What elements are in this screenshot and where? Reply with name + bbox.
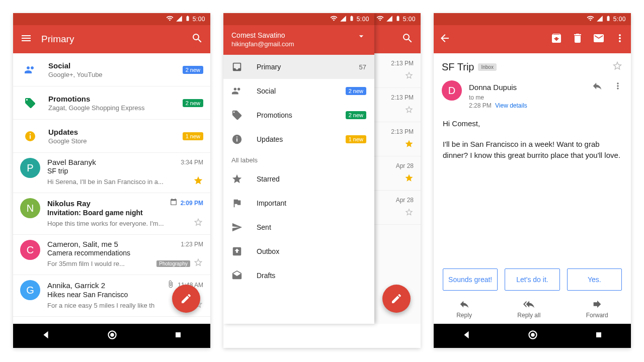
- back-icon[interactable]: [439, 32, 451, 46]
- wifi-icon: [376, 15, 384, 24]
- search-icon[interactable]: [191, 32, 203, 46]
- chevron-down-icon[interactable]: [356, 31, 366, 48]
- message-body: Hi Comest,I'll be in San Francisco in a …: [434, 112, 631, 264]
- people-icon: [231, 85, 243, 97]
- send-icon: [231, 222, 243, 233]
- nav-back-button[interactable]: [461, 329, 472, 342]
- drawer-item-primary[interactable]: Primary 57: [223, 55, 374, 79]
- android-status-bar: 5:00: [13, 13, 210, 25]
- star-icon[interactable]: [193, 175, 203, 188]
- smart-reply-button[interactable]: Yes.: [567, 268, 622, 291]
- battery-icon: [185, 15, 191, 24]
- tag-icon: [231, 110, 243, 121]
- search-icon[interactable]: [401, 32, 414, 46]
- android-nav-bar: [434, 324, 631, 348]
- outbox-icon: [231, 246, 243, 257]
- people-icon: [20, 64, 40, 76]
- star-icon[interactable]: [405, 139, 414, 150]
- status-time: 5:00: [193, 16, 205, 23]
- reply-button[interactable]: Reply: [456, 299, 472, 319]
- status-time: 5:00: [613, 16, 626, 23]
- forward-button[interactable]: Forward: [586, 299, 608, 319]
- status-time: 5:00: [403, 16, 416, 23]
- drawer-item-sent[interactable]: Sent: [223, 215, 374, 239]
- wifi-icon: [587, 15, 594, 24]
- message-row[interactable]: P Pavel Baranyk 3:34 PM SF trip Hi Seren…: [13, 153, 210, 193]
- message-row[interactable]: C Cameron, Salit, me 5 1:23 PM Camera re…: [13, 235, 210, 275]
- inbox-peek: 2:13 PM 2:13 PM 2:13 PM Apr 28 Apr 28: [374, 25, 421, 324]
- star-icon[interactable]: [405, 105, 414, 116]
- nav-recent-button[interactable]: [594, 330, 604, 342]
- more-icon[interactable]: [613, 81, 623, 93]
- screen-inbox: 5:00 Primary Social Google+, YouTube 2 n…: [13, 13, 210, 348]
- view-details-link[interactable]: View details: [495, 102, 527, 109]
- reply-all-button[interactable]: Reply all: [517, 299, 540, 319]
- peek-row[interactable]: Apr 28: [374, 156, 421, 191]
- drawer-item-important[interactable]: Important: [223, 191, 374, 215]
- signal-icon: [386, 15, 393, 24]
- app-bar: Primary: [13, 25, 210, 53]
- smart-reply-button[interactable]: Sounds great!: [443, 268, 498, 291]
- star-icon[interactable]: [405, 173, 414, 185]
- drawer-section: All labels: [223, 151, 374, 167]
- wifi-icon: [166, 15, 174, 24]
- tag-icon: [20, 97, 40, 109]
- badge: 2 new: [183, 99, 203, 107]
- account-header[interactable]: Comest Savatino hikingfan@gmail.com: [223, 25, 374, 55]
- trash-icon[interactable]: [572, 32, 584, 46]
- android-status-bar: 5:00: [223, 13, 374, 25]
- attachment-icon: [167, 280, 175, 290]
- compose-fab[interactable]: [172, 285, 200, 313]
- more-icon[interactable]: [614, 32, 626, 46]
- star-icon[interactable]: [193, 217, 203, 229]
- star-icon: [231, 173, 243, 185]
- drawer-item-social[interactable]: Social 2 new: [223, 79, 374, 103]
- peek-row[interactable]: 2:13 PM: [374, 88, 421, 122]
- nav-recent-button[interactable]: [173, 330, 183, 342]
- android-nav-bar: [13, 324, 210, 348]
- label-chip: Photography: [156, 260, 190, 267]
- nav-home-button[interactable]: [526, 328, 539, 343]
- drawer-item-promotions[interactable]: Promotions 2 new: [223, 103, 374, 127]
- avatar: N: [20, 198, 40, 218]
- mark-unread-icon[interactable]: [593, 32, 605, 46]
- drawer-item-starred[interactable]: Starred: [223, 167, 374, 191]
- category-updates[interactable]: Updates Google Store 1 new: [13, 120, 210, 153]
- star-icon[interactable]: [612, 60, 623, 73]
- smart-reply-row: Sounds great!Let's do it.Yes.: [434, 264, 631, 296]
- nav-drawer: 5:00 Comest Savatino hikingfan@gmail.com…: [223, 13, 374, 324]
- flag-icon: [231, 198, 243, 209]
- nav-back-button[interactable]: [40, 329, 51, 342]
- info-icon: [20, 130, 40, 142]
- star-icon[interactable]: [405, 71, 414, 82]
- avatar: P: [20, 158, 40, 178]
- signal-icon: [176, 15, 183, 24]
- archive-icon[interactable]: [550, 32, 562, 46]
- inbox-chip: Inbox: [478, 63, 496, 71]
- peek-row[interactable]: 2:13 PM: [374, 54, 421, 88]
- peek-row[interactable]: Apr 28: [374, 191, 421, 225]
- star-icon[interactable]: [193, 257, 203, 269]
- peek-row[interactable]: 2:13 PM: [374, 122, 421, 156]
- calendar-icon: [170, 198, 178, 208]
- drawer-item-updates[interactable]: Updates 1 new: [223, 127, 374, 151]
- signal-icon: [596, 15, 603, 24]
- drawer-item-drafts[interactable]: Drafts: [223, 263, 374, 288]
- inbox-icon: [231, 61, 243, 72]
- category-social[interactable]: Social Google+, YouTube 2 new: [13, 53, 210, 86]
- drawer-item-outbox[interactable]: Outbox: [223, 239, 374, 263]
- reply-icon[interactable]: [592, 80, 603, 94]
- battery-icon: [395, 15, 401, 24]
- avatar: C: [20, 240, 40, 260]
- category-promotions[interactable]: Promotions Zagat, Google Shopping Expres…: [13, 86, 210, 120]
- compose-fab[interactable]: [382, 285, 411, 313]
- star-icon[interactable]: [405, 208, 414, 219]
- nav-home-button[interactable]: [106, 328, 119, 343]
- message-row[interactable]: N Nikolus Ray 2:09 PM Invitation: Board …: [13, 193, 210, 235]
- smart-reply-button[interactable]: Let's do it.: [505, 268, 559, 291]
- badge: 2 new: [183, 66, 203, 74]
- screen-message: 5:00 SF Trip Inbox D Donna Dupuis to me …: [434, 13, 631, 348]
- android-status-bar: 5:00: [434, 13, 631, 25]
- menu-icon[interactable]: [20, 32, 32, 46]
- drafts-icon: [231, 270, 243, 281]
